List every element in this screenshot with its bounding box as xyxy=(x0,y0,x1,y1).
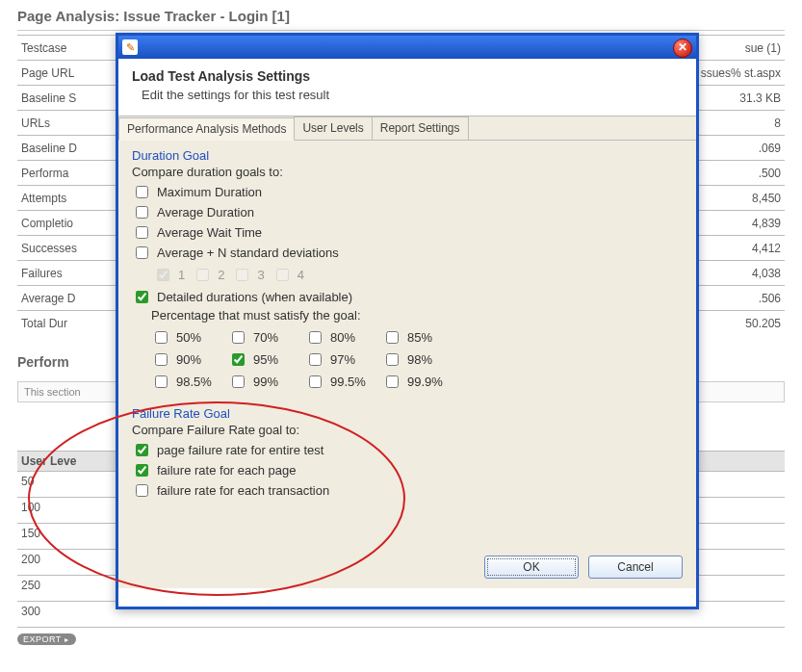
pct-label: Percentage that must satisfy the goal: xyxy=(151,308,683,323)
checkbox-detailed-durations-input[interactable] xyxy=(136,291,148,303)
dialog-titlebar[interactable]: ✎ ✕ xyxy=(118,36,696,59)
checkbox-pct-85%[interactable]: 85% xyxy=(382,328,450,347)
checkbox-pct-80%-input[interactable] xyxy=(309,331,322,344)
checkbox-pct-98.5%[interactable]: 98.5% xyxy=(151,373,219,391)
checkbox-n-4-label: 4 xyxy=(298,268,304,282)
checkbox-pct-98%[interactable]: 98% xyxy=(382,350,450,369)
checkbox-pct-99%[interactable]: 99% xyxy=(228,373,296,391)
checkbox-failure-1-input[interactable] xyxy=(136,464,148,477)
checkbox-pct-95%[interactable]: 95% xyxy=(228,350,296,369)
checkbox-detailed-durations[interactable]: Detailed durations (when available) xyxy=(132,288,683,306)
app-icon: ✎ xyxy=(122,39,138,55)
checkbox-duration-3[interactable]: Average + N standard deviations xyxy=(132,244,683,262)
checkbox-pct-97%-input[interactable] xyxy=(309,353,322,366)
checkbox-failure-0-label: page failure rate for entire test xyxy=(157,443,323,457)
checkbox-pct-98%-input[interactable] xyxy=(386,353,399,366)
dialog-subtitle: Edit the settings for this test result xyxy=(132,88,683,102)
checkbox-pct-80%[interactable]: 80% xyxy=(305,328,373,347)
checkbox-duration-2-label: Average Wait Time xyxy=(157,225,262,240)
checkbox-duration-3-input[interactable] xyxy=(136,246,148,259)
checkbox-duration-1-label: Average Duration xyxy=(157,205,254,220)
close-icon[interactable]: ✕ xyxy=(673,39,692,58)
checkbox-pct-95%-label: 95% xyxy=(253,352,278,367)
checkbox-n-2-input xyxy=(196,269,209,281)
failure-compare-label: Compare Failure Rate goal to: xyxy=(132,423,683,437)
checkbox-n-4-input xyxy=(276,269,289,281)
checkbox-pct-99%-input[interactable] xyxy=(232,375,245,388)
tabs: Performance Analysis Methods User Levels… xyxy=(118,116,696,141)
checkbox-pct-99.5%-label: 99.5% xyxy=(330,375,366,389)
checkbox-pct-90%-input[interactable] xyxy=(155,353,168,366)
checkbox-duration-0[interactable]: Maximum Duration xyxy=(132,183,683,201)
checkbox-n-1-label: 1 xyxy=(178,268,185,282)
checkbox-pct-99%-label: 99% xyxy=(253,375,278,389)
checkbox-pct-90%[interactable]: 90% xyxy=(151,350,219,369)
checkbox-n-2: 2 xyxy=(193,266,224,284)
checkbox-pct-85%-input[interactable] xyxy=(386,331,399,344)
checkbox-n-3-input xyxy=(236,269,248,281)
checkbox-pct-70%-input[interactable] xyxy=(232,331,245,344)
export-button[interactable]: EXPORT xyxy=(17,633,76,645)
checkbox-n-4: 4 xyxy=(272,266,304,284)
checkbox-duration-0-input[interactable] xyxy=(136,186,148,198)
checkbox-pct-50%[interactable]: 50% xyxy=(151,328,219,347)
checkbox-failure-0-input[interactable] xyxy=(136,444,148,456)
checkbox-detailed-durations-label: Detailed durations (when available) xyxy=(157,290,352,304)
checkbox-failure-2-label: failure rate for each transaction xyxy=(157,483,329,498)
failure-rate-group: Failure Rate Goal xyxy=(132,406,683,421)
checkbox-failure-1[interactable]: failure rate for each page xyxy=(132,461,683,479)
cancel-button[interactable]: Cancel xyxy=(588,556,683,579)
duration-goal-group: Duration Goal xyxy=(132,148,683,163)
checkbox-duration-1-input[interactable] xyxy=(136,206,148,219)
checkbox-n-3-label: 3 xyxy=(257,268,264,282)
tab-performance-analysis[interactable]: Performance Analysis Methods xyxy=(118,117,295,141)
checkbox-pct-50%-input[interactable] xyxy=(155,331,168,344)
dialog-header: Load Test Analysis Settings Edit the set… xyxy=(118,59,696,116)
checkbox-failure-2-input[interactable] xyxy=(136,484,148,497)
ok-button[interactable]: OK xyxy=(484,556,579,579)
checkbox-pct-95%-input[interactable] xyxy=(232,353,245,366)
checkbox-n-1-input xyxy=(157,269,169,281)
checkbox-pct-50%-label: 50% xyxy=(176,330,201,345)
duration-compare-label: Compare duration goals to: xyxy=(132,165,683,179)
checkbox-n-1: 1 xyxy=(153,266,185,284)
checkbox-failure-2[interactable]: failure rate for each transaction xyxy=(132,481,683,500)
checkbox-pct-80%-label: 80% xyxy=(330,330,355,345)
checkbox-pct-70%-label: 70% xyxy=(253,330,278,345)
checkbox-pct-99.9%-input[interactable] xyxy=(386,375,399,388)
checkbox-pct-98%-label: 98% xyxy=(407,352,432,367)
checkbox-n-3: 3 xyxy=(232,266,264,284)
page-title: Page Analysis: Issue Tracker - Login [1] xyxy=(17,0,785,31)
settings-dialog: ✎ ✕ Load Test Analysis Settings Edit the… xyxy=(116,33,699,609)
checkbox-duration-3-label: Average + N standard deviations xyxy=(157,246,339,260)
checkbox-pct-90%-label: 90% xyxy=(176,352,201,367)
checkbox-n-2-label: 2 xyxy=(218,268,224,282)
checkbox-pct-98.5%-input[interactable] xyxy=(155,375,168,388)
checkbox-duration-2-input[interactable] xyxy=(136,226,148,239)
checkbox-pct-99.5%-input[interactable] xyxy=(309,375,322,388)
checkbox-duration-1[interactable]: Average Duration xyxy=(132,203,683,221)
checkbox-failure-1-label: failure rate for each page xyxy=(157,463,297,478)
checkbox-pct-97%-label: 97% xyxy=(330,352,355,367)
checkbox-pct-99.9%-label: 99.9% xyxy=(407,375,443,389)
tab-report-settings[interactable]: Report Settings xyxy=(372,116,469,140)
checkbox-pct-99.5%[interactable]: 99.5% xyxy=(305,373,373,391)
checkbox-pct-97%[interactable]: 97% xyxy=(305,350,373,369)
dialog-title: Load Test Analysis Settings xyxy=(132,68,683,84)
tab-user-levels[interactable]: User Levels xyxy=(294,116,372,140)
checkbox-duration-0-label: Maximum Duration xyxy=(157,185,262,199)
checkbox-pct-70%[interactable]: 70% xyxy=(228,328,296,347)
checkbox-failure-0[interactable]: page failure rate for entire test xyxy=(132,441,683,459)
checkbox-pct-85%-label: 85% xyxy=(407,330,432,345)
checkbox-duration-2[interactable]: Average Wait Time xyxy=(132,223,683,242)
checkbox-pct-99.9%[interactable]: 99.9% xyxy=(382,373,450,391)
checkbox-pct-98.5%-label: 98.5% xyxy=(176,375,212,389)
